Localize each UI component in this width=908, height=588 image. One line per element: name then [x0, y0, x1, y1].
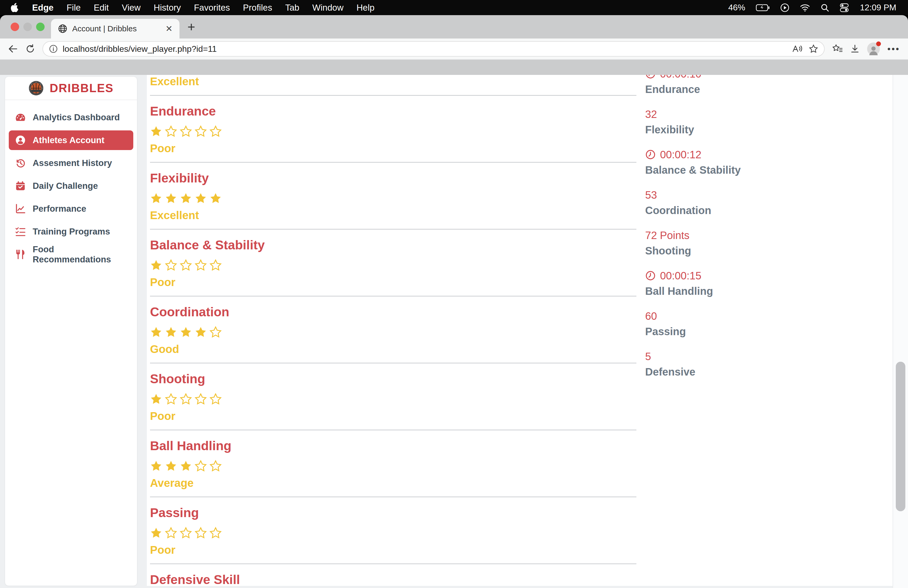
- stat-value-text: 32: [645, 108, 657, 121]
- star-icon: [165, 326, 177, 338]
- user-circle-icon: [15, 135, 26, 145]
- sidebar-item-performance[interactable]: Performance: [9, 199, 133, 219]
- back-icon[interactable]: [8, 44, 18, 53]
- section-divider: [150, 497, 636, 497]
- scrollbar-track[interactable]: [893, 75, 908, 588]
- star-icon: [180, 527, 192, 539]
- stat-row-passing: 60 Passing: [645, 310, 893, 338]
- star-icon: [180, 192, 192, 205]
- favorites-list-icon[interactable]: [832, 44, 843, 54]
- star-icon: [180, 460, 192, 472]
- section-divider: [150, 296, 636, 296]
- star-icon: [165, 393, 177, 405]
- star-icon: [209, 192, 222, 205]
- stat-value-text: 00:00:15: [660, 269, 702, 282]
- url-text[interactable]: localhost/dribbles/view_player.php?id=11: [63, 44, 787, 54]
- play-circle-icon[interactable]: [780, 3, 789, 12]
- scrollbar-thumb[interactable]: [896, 362, 905, 511]
- rating-label: Average: [150, 477, 636, 489]
- clock-icon: [645, 149, 656, 160]
- sidebar-item-daily-challenge[interactable]: Daily Challenge: [9, 176, 133, 196]
- star-rating: [150, 192, 636, 205]
- star-icon: [150, 393, 162, 405]
- stat-value: 00:00:12: [645, 148, 893, 161]
- section-divider: [150, 430, 636, 430]
- apple-icon[interactable]: [11, 3, 19, 13]
- star-icon: [195, 326, 207, 338]
- browser-tab[interactable]: Account | Dribbles ✕: [51, 19, 179, 39]
- player-skills-panel: Excellent Endurance Poor Flexibility Exc…: [147, 75, 893, 586]
- settings-more-icon[interactable]: •••: [887, 44, 900, 54]
- menu-item-edit[interactable]: Edit: [94, 3, 109, 13]
- menu-item-edge[interactable]: Edge: [32, 3, 54, 13]
- section-divider: [150, 229, 636, 229]
- star-rating: [150, 460, 636, 472]
- menu-item-file[interactable]: File: [67, 3, 81, 13]
- reload-icon[interactable]: [26, 44, 35, 54]
- macos-menu-bar: Edge File Edit View History Favorites Pr…: [0, 0, 908, 15]
- stat-value: 00:00:10: [645, 75, 893, 80]
- clock-time[interactable]: 12:09 PM: [860, 3, 896, 13]
- site-info-icon[interactable]: [49, 44, 58, 53]
- rating-label: Poor: [150, 276, 636, 288]
- menu-item-view[interactable]: View: [122, 3, 141, 13]
- control-center-icon[interactable]: [840, 3, 849, 12]
- brand[interactable]: DRIBBLES: [5, 77, 137, 100]
- battery-charging-icon[interactable]: [756, 4, 770, 11]
- stat-value-text: 72 Points: [645, 229, 689, 242]
- stat-label: Shooting: [645, 244, 893, 257]
- stat-label: Passing: [645, 325, 893, 338]
- wifi-icon[interactable]: [800, 4, 810, 12]
- stat-label: Balance & Stability: [645, 164, 893, 176]
- skill-section-balance-stability: Balance & Stability Poor: [150, 238, 636, 288]
- stat-row-endurance: 00:00:10 Endurance: [645, 75, 893, 96]
- menu-item-history[interactable]: History: [154, 3, 181, 13]
- close-window-button[interactable]: [11, 23, 19, 31]
- list-check-icon: [15, 226, 26, 237]
- menu-status-area: 46%: [728, 3, 896, 13]
- sidebar-nav: Analytics Dashboard Athletes Account: [5, 100, 137, 275]
- search-icon[interactable]: [821, 3, 829, 12]
- stat-label: Endurance: [645, 83, 893, 96]
- star-icon: [165, 126, 177, 138]
- stat-row-ball-handling: 00:00:15 Ball Handling: [645, 269, 893, 298]
- sidebar-item-assesment-history[interactable]: Assesment History: [9, 153, 133, 173]
- star-icon: [209, 326, 222, 338]
- minimize-window-button[interactable]: [23, 23, 32, 31]
- stat-label: Ball Handling: [645, 285, 893, 298]
- star-icon: [180, 326, 192, 338]
- star-icon: [150, 460, 162, 472]
- sidebar-item-food-recommendations[interactable]: Food Recommendations: [9, 245, 133, 264]
- star-rating: [150, 527, 636, 539]
- downloads-icon[interactable]: [850, 44, 860, 54]
- profile-avatar[interactable]: [867, 42, 880, 55]
- new-tab-button[interactable]: +: [187, 20, 195, 34]
- star-icon: [195, 527, 207, 539]
- calendar-check-icon: [15, 180, 26, 191]
- menu-item-window[interactable]: Window: [312, 3, 343, 13]
- menu-item-profiles[interactable]: Profiles: [243, 3, 272, 13]
- star-icon: [180, 259, 192, 271]
- favorite-star-icon[interactable]: [809, 44, 818, 54]
- rating-label-clipped: Excellent: [150, 76, 636, 88]
- read-aloud-icon[interactable]: [792, 44, 803, 53]
- star-icon: [150, 192, 162, 205]
- stat-value: 32: [645, 108, 893, 121]
- menu-item-favorites[interactable]: Favorites: [194, 3, 230, 13]
- sidebar-item-label: Training Programs: [33, 227, 110, 237]
- sidebar-item-label: Analytics Dashboard: [33, 112, 120, 122]
- sidebar-item-athletes-account[interactable]: Athletes Account: [9, 130, 133, 150]
- zoom-window-button[interactable]: [36, 23, 45, 31]
- star-icon: [195, 393, 207, 405]
- sidebar-item-analytics-dashboard[interactable]: Analytics Dashboard: [9, 108, 133, 127]
- sidebar-item-training-programs[interactable]: Training Programs: [9, 222, 133, 242]
- menu-item-tab[interactable]: Tab: [285, 3, 299, 13]
- section-divider: [150, 363, 636, 363]
- tab-close-icon[interactable]: ✕: [166, 24, 172, 34]
- rating-label: Poor: [150, 142, 636, 155]
- rating-label: Excellent: [150, 209, 636, 221]
- star-icon: [180, 126, 192, 138]
- stat-value: 5: [645, 350, 893, 363]
- menu-item-help[interactable]: Help: [357, 3, 375, 13]
- address-bar[interactable]: localhost/dribbles/view_player.php?id=11: [42, 41, 824, 56]
